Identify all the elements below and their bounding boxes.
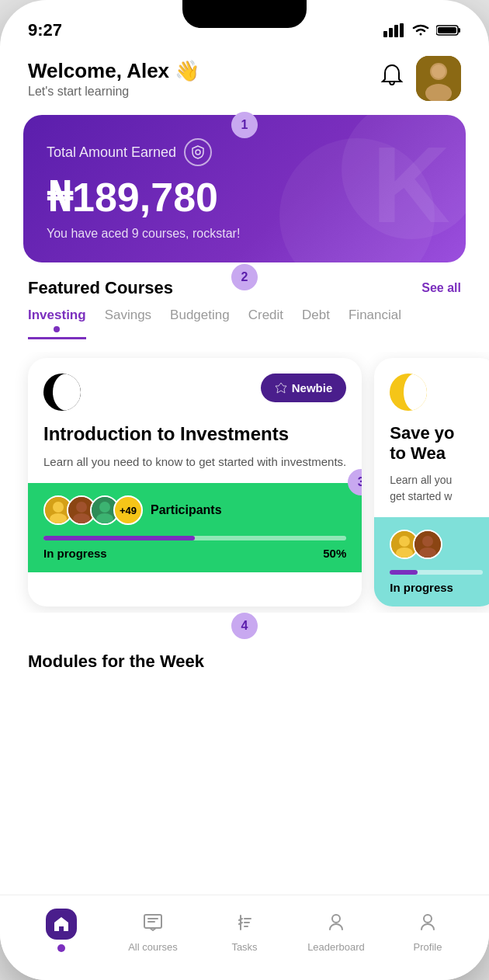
modules-section: 4 Modules for the Week: [0, 627, 489, 672]
tab-credit[interactable]: Credit: [248, 308, 283, 339]
card2-progress-fill: [390, 570, 418, 575]
svg-point-11: [196, 150, 200, 155]
card2-status: In progress: [390, 581, 453, 594]
card2-desc: Learn all youget started w: [390, 472, 483, 505]
tasks-icon: [229, 907, 260, 938]
featured-title: Featured Courses: [28, 278, 173, 298]
card1-title: Introduction to Investments: [43, 423, 346, 446]
participants-label: Participants: [151, 503, 222, 517]
card2-progress-row: In progress: [390, 581, 483, 594]
svg-point-22: [399, 536, 410, 547]
progress-row: In progress 50%: [43, 547, 346, 560]
bottom-nav: All courses Tasks Leaderboard: [0, 895, 489, 980]
notch: [182, 0, 307, 28]
newbie-badge: Newbie: [261, 374, 347, 402]
wifi-icon: [411, 23, 430, 37]
svg-point-29: [424, 915, 432, 923]
card2-bottom: In progress: [374, 517, 489, 606]
progress-bar-bg: [43, 536, 346, 540]
moon-icon-2: [390, 374, 427, 411]
badge-icon: [275, 382, 287, 394]
user-avatar[interactable]: [416, 56, 461, 101]
moon-icon-1: [43, 374, 81, 411]
svg-rect-6: [438, 27, 456, 33]
tab-savings[interactable]: Savings: [105, 308, 151, 339]
earning-label: Total Amount Earned: [47, 144, 176, 161]
card-label-row: Total Amount Earned: [47, 138, 442, 166]
nav-home[interactable]: [26, 909, 96, 952]
card1-desc: Learn all you need to know to get starte…: [43, 454, 346, 471]
step-badge-1: 1: [231, 112, 258, 138]
svg-rect-2: [394, 25, 398, 37]
svg-point-28: [332, 915, 340, 923]
svg-rect-0: [383, 31, 387, 37]
nav-courses[interactable]: All courses: [118, 907, 188, 953]
leaderboard-icon: [321, 907, 352, 938]
card1-top: Newbie: [28, 358, 362, 423]
nav-leaderboard[interactable]: Leaderboard: [301, 907, 371, 953]
battery-icon: [436, 24, 461, 36]
bell-icon[interactable]: [380, 64, 404, 94]
see-all-button[interactable]: See all: [421, 281, 461, 295]
svg-rect-3: [400, 23, 404, 37]
participant-count: +49: [113, 495, 143, 525]
newbie-label: Newbie: [292, 381, 333, 394]
progress-pct: 50%: [323, 547, 346, 560]
shield-icon: [184, 138, 212, 166]
step-badge-2: 2: [231, 264, 258, 290]
card2-progress-bg: [390, 570, 483, 575]
svg-point-16: [76, 502, 87, 513]
nav-leaderboard-label: Leaderboard: [307, 941, 365, 953]
nav-profile-label: Profile: [414, 941, 442, 953]
tab-debt[interactable]: Debt: [302, 308, 330, 339]
svg-point-13: [53, 502, 64, 513]
status-time: 9:27: [28, 20, 62, 40]
signal-icon: [383, 23, 405, 37]
header-left: Welcome, Alex 👋 Let's start learning: [28, 59, 199, 99]
cards-scroll: 3 Newbie Introduction to Investments Lea…: [0, 352, 489, 613]
svg-point-10: [432, 64, 446, 78]
card2-avatar-stack: [390, 530, 442, 559]
card2-participants-row: [390, 530, 483, 559]
progress-status: In progress: [43, 547, 107, 560]
svg-point-25: [422, 536, 433, 547]
course-tabs: Investing Savings Budgeting Credit Debt …: [0, 308, 489, 339]
nav-tasks[interactable]: Tasks: [210, 907, 279, 953]
earning-card-wrapper: 1 Total Amount Earned ₦189,780 You have …: [0, 115, 489, 262]
header: Welcome, Alex 👋 Let's start learning: [0, 47, 489, 107]
card2-participant-2: [413, 530, 442, 559]
svg-rect-1: [389, 28, 393, 37]
step-badge-4: 4: [231, 613, 258, 639]
header-right: [380, 56, 461, 101]
card2-body: Save yoto Wea Learn all youget started w: [374, 423, 489, 505]
welcome-subtitle: Let's start learning: [28, 85, 199, 99]
card2-top: [374, 358, 489, 423]
featured-section: 2 Featured Courses See all Investing Sav…: [0, 278, 489, 613]
courses-icon: [137, 907, 168, 938]
card1-bottom: +49 Participants In progress 50%: [28, 483, 362, 572]
nav-tasks-label: Tasks: [231, 941, 257, 953]
card1-body: Introduction to Investments Learn all yo…: [28, 423, 362, 471]
card2-title: Save yoto Wea: [390, 423, 483, 464]
nav-courses-label: All courses: [128, 941, 178, 953]
svg-rect-5: [458, 28, 460, 33]
modules-title: Modules for the Week: [28, 652, 461, 672]
tab-financial[interactable]: Financial: [349, 308, 401, 339]
home-icon: [46, 909, 77, 940]
tab-active-dot: [54, 326, 60, 332]
status-icons: [383, 23, 461, 37]
tab-budgeting[interactable]: Budgeting: [170, 308, 230, 339]
nav-profile[interactable]: Profile: [393, 907, 463, 953]
progress-bar-fill: [43, 536, 195, 540]
participants-row: +49 Participants: [43, 495, 346, 525]
svg-point-19: [99, 502, 110, 513]
earning-subtitle: You have aced 9 courses, rockstar!: [47, 227, 442, 241]
phone-frame: 9:27 Welcome, Alex 👋 Let's sta: [0, 0, 489, 980]
course-card-1: 3 Newbie Introduction to Investments Lea…: [28, 358, 362, 606]
home-active-dot: [57, 944, 65, 952]
earning-amount: ₦189,780: [47, 174, 442, 221]
tab-investing[interactable]: Investing: [28, 308, 86, 339]
welcome-text: Welcome, Alex 👋: [28, 59, 199, 83]
avatar-stack: +49: [43, 495, 143, 525]
course-card-2: Save yoto Wea Learn all youget started w: [374, 358, 489, 606]
